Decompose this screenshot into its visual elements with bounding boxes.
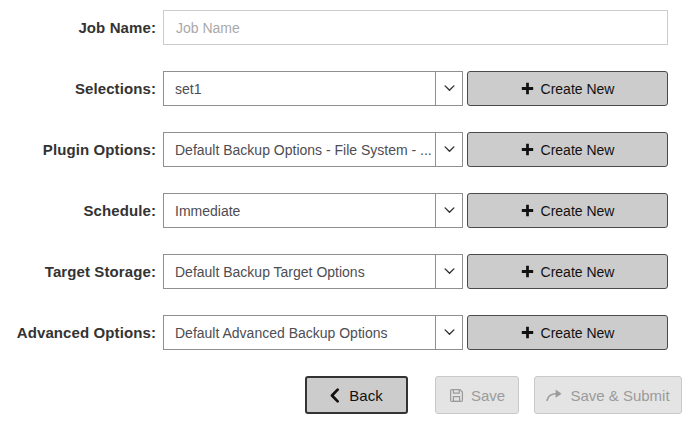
backup-job-form: Job Name: Selections: set1 Create New Pl… bbox=[0, 0, 695, 414]
selections-select[interactable]: set1 bbox=[163, 71, 463, 106]
create-new-selections-button[interactable]: Create New bbox=[467, 71, 668, 106]
forward-arrow-icon bbox=[546, 388, 563, 402]
form-row-advanced-options: Advanced Options: Default Advanced Backu… bbox=[0, 315, 695, 350]
back-button[interactable]: Back bbox=[305, 376, 408, 414]
chevron-left-icon bbox=[330, 388, 339, 403]
create-new-target-storage-button[interactable]: Create New bbox=[467, 254, 668, 289]
create-new-label: Create New bbox=[541, 81, 615, 97]
save-button-label: Save bbox=[471, 387, 505, 404]
save-submit-button-label: Save & Submit bbox=[570, 387, 669, 404]
create-new-plugin-options-button[interactable]: Create New bbox=[467, 132, 668, 167]
create-new-label: Create New bbox=[541, 325, 615, 341]
create-new-label: Create New bbox=[541, 264, 615, 280]
plus-icon bbox=[521, 204, 534, 217]
plus-icon bbox=[521, 82, 534, 95]
target-storage-selected-value: Default Backup Target Options bbox=[164, 255, 436, 288]
target-storage-select[interactable]: Default Backup Target Options bbox=[163, 254, 463, 289]
selections-selected-value: set1 bbox=[164, 72, 436, 105]
chevron-down-icon bbox=[436, 72, 462, 105]
chevron-down-icon bbox=[436, 255, 462, 288]
create-new-advanced-options-button[interactable]: Create New bbox=[467, 315, 668, 350]
plus-icon bbox=[521, 326, 534, 339]
advanced-options-selected-value: Default Advanced Backup Options bbox=[164, 316, 436, 349]
plugin-options-selected-value: Default Backup Options - File System - .… bbox=[164, 133, 436, 166]
back-button-label: Back bbox=[349, 387, 382, 404]
floppy-disk-icon bbox=[449, 388, 464, 403]
job-name-input[interactable] bbox=[163, 10, 668, 45]
selections-label: Selections: bbox=[0, 80, 163, 97]
form-footer: Back Save Save & Submit bbox=[305, 376, 695, 414]
chevron-down-icon bbox=[436, 316, 462, 349]
job-name-label: Job Name: bbox=[0, 19, 163, 36]
form-row-target-storage: Target Storage: Default Backup Target Op… bbox=[0, 254, 695, 289]
save-submit-button[interactable]: Save & Submit bbox=[534, 376, 682, 414]
advanced-options-label: Advanced Options: bbox=[0, 324, 163, 341]
create-new-schedule-button[interactable]: Create New bbox=[467, 193, 668, 228]
form-row-job-name: Job Name: bbox=[0, 10, 695, 45]
plugin-options-label: Plugin Options: bbox=[0, 141, 163, 158]
chevron-down-icon bbox=[436, 133, 462, 166]
form-row-schedule: Schedule: Immediate Create New bbox=[0, 193, 695, 228]
plugin-options-select[interactable]: Default Backup Options - File System - .… bbox=[163, 132, 463, 167]
advanced-options-select[interactable]: Default Advanced Backup Options bbox=[163, 315, 463, 350]
schedule-select[interactable]: Immediate bbox=[163, 193, 463, 228]
create-new-label: Create New bbox=[541, 142, 615, 158]
plus-icon bbox=[521, 265, 534, 278]
create-new-label: Create New bbox=[541, 203, 615, 219]
form-row-plugin-options: Plugin Options: Default Backup Options -… bbox=[0, 132, 695, 167]
schedule-selected-value: Immediate bbox=[164, 194, 436, 227]
form-row-selections: Selections: set1 Create New bbox=[0, 71, 695, 106]
plus-icon bbox=[521, 143, 534, 156]
save-button[interactable]: Save bbox=[435, 376, 519, 414]
chevron-down-icon bbox=[436, 194, 462, 227]
target-storage-label: Target Storage: bbox=[0, 263, 163, 280]
schedule-label: Schedule: bbox=[0, 202, 163, 219]
